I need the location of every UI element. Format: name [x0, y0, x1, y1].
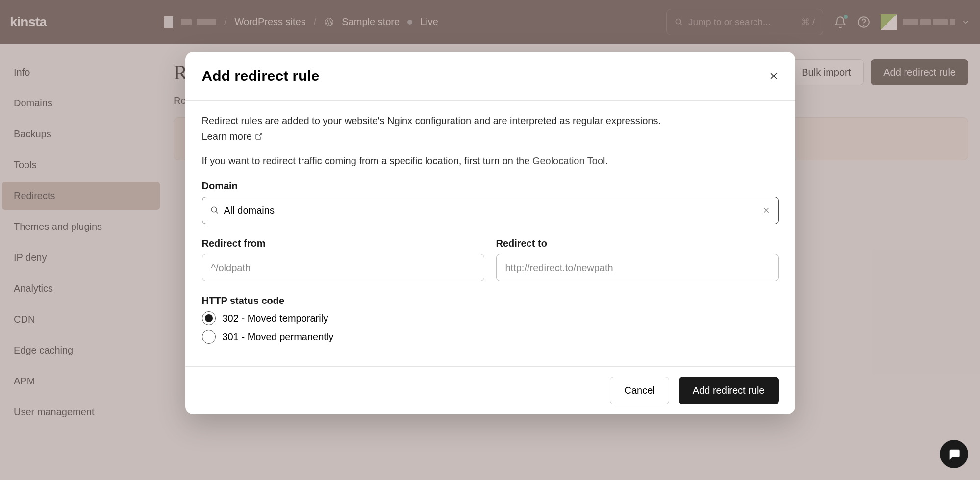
radio-301[interactable]: 301 - Moved permanently	[202, 330, 779, 344]
learn-more-label: Learn more	[202, 129, 252, 144]
redirect-to-group: Redirect to	[496, 238, 779, 281]
redirect-from-group: Redirect from	[202, 238, 484, 281]
external-link-icon	[255, 132, 263, 140]
redirect-from-label: Redirect from	[202, 238, 484, 249]
radio-icon	[202, 330, 216, 344]
http-status-group: HTTP status code 302 - Moved temporarily…	[202, 295, 779, 344]
radio-302-label: 302 - Moved temporarily	[223, 313, 328, 324]
learn-more-link[interactable]: Learn more	[202, 129, 263, 144]
chat-bubble[interactable]	[940, 440, 968, 468]
modal-header: Add redirect rule	[185, 52, 795, 101]
geolocation-tool-link[interactable]: Geolocation Tool	[532, 155, 605, 166]
chat-icon	[947, 447, 961, 461]
info-text: Redirect rules are added to your website…	[202, 113, 779, 128]
svg-line-8	[216, 211, 218, 214]
radio-302[interactable]: 302 - Moved temporarily	[202, 311, 779, 325]
domain-select[interactable]: All domains	[202, 197, 779, 224]
submit-button[interactable]: Add redirect rule	[679, 377, 779, 404]
redirect-row: Redirect from Redirect to	[202, 238, 779, 281]
radio-301-label: 301 - Moved permanently	[223, 331, 334, 343]
redirect-to-label: Redirect to	[496, 238, 779, 249]
domain-group: Domain All domains	[202, 180, 779, 224]
close-icon[interactable]	[769, 71, 779, 81]
modal-body: Redirect rules are added to your website…	[185, 101, 795, 366]
redirect-from-input[interactable]	[202, 254, 484, 281]
svg-point-7	[211, 207, 217, 212]
geo-text: If you want to redirect traffic coming f…	[202, 155, 779, 167]
search-icon	[210, 206, 219, 215]
geo-text-period: .	[605, 155, 608, 166]
domain-label: Domain	[202, 180, 779, 192]
domain-value: All domains	[224, 205, 762, 216]
redirect-to-input[interactable]	[496, 254, 779, 281]
add-redirect-modal: Add redirect rule Redirect rules are add…	[185, 52, 795, 414]
modal-footer: Cancel Add redirect rule	[185, 366, 795, 414]
geo-text-prefix: If you want to redirect traffic coming f…	[202, 155, 532, 166]
http-status-label: HTTP status code	[202, 295, 779, 306]
clear-icon[interactable]	[762, 206, 770, 214]
radio-icon	[202, 311, 216, 325]
cancel-button[interactable]: Cancel	[610, 377, 669, 404]
modal-title: Add redirect rule	[202, 68, 320, 84]
modal-overlay: Add redirect rule Redirect rules are add…	[0, 0, 980, 480]
